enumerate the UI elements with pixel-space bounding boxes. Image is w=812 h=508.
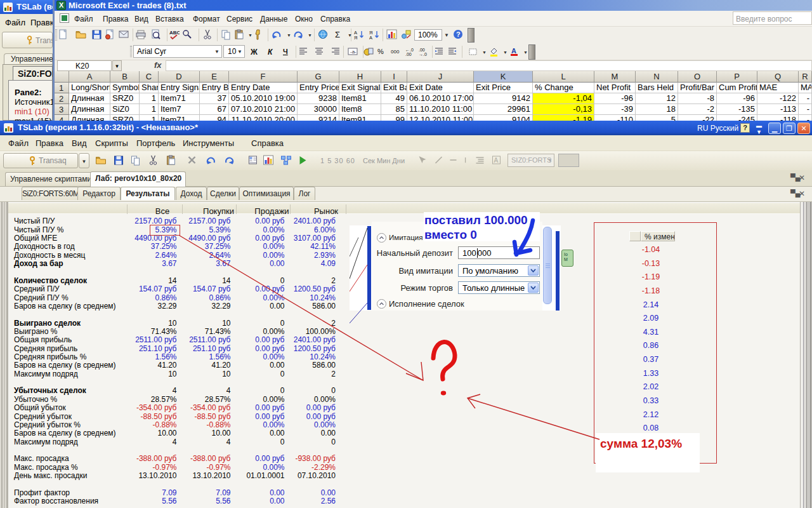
svg-text:Ж: Ж: [250, 48, 258, 57]
svg-text:К: К: [268, 48, 273, 57]
svg-text:ABC: ABC: [169, 30, 180, 36]
svg-text:?: ?: [456, 30, 461, 38]
svg-text:→.0: →.0: [419, 52, 427, 57]
svg-text:.00: .00: [405, 52, 412, 57]
svg-text:Ч: Ч: [283, 48, 288, 55]
svg-text:А: А: [369, 35, 372, 40]
svg-text:%: %: [377, 48, 384, 55]
svg-text:←.0: ←.0: [405, 48, 414, 52]
svg-text:000: 000: [391, 49, 400, 55]
svg-text:Я: Я: [354, 35, 357, 40]
svg-text:.00: .00: [419, 48, 425, 52]
svg-text:Σ: Σ: [335, 30, 340, 39]
svg-text:A: A: [511, 47, 516, 55]
svg-text:-a-: -a-: [350, 49, 357, 55]
svg-text:A: A: [494, 157, 499, 164]
